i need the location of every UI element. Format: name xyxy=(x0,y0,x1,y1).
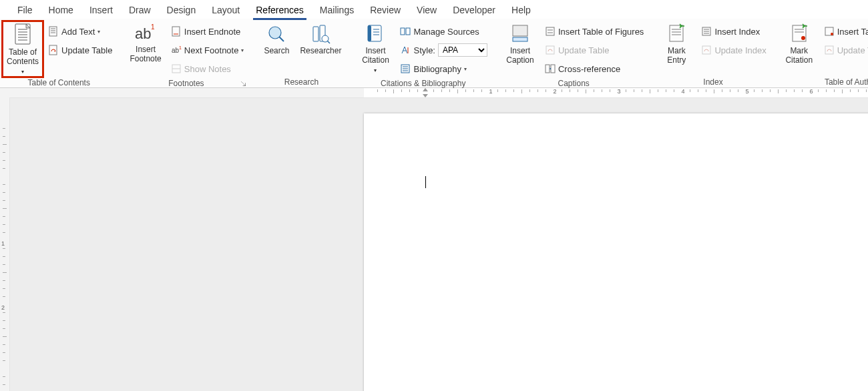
ruler-minor-tick xyxy=(505,89,506,92)
svg-text:ab: ab xyxy=(135,25,151,42)
manage-sources-button[interactable]: Manage Sources xyxy=(397,23,490,40)
insert-footnote-button[interactable]: ab 1 Insert Footnote xyxy=(126,21,165,65)
document-workspace[interactable]: 12 123456 xyxy=(0,88,868,391)
menu-tab-design[interactable]: Design xyxy=(159,2,204,19)
researcher-icon xyxy=(309,23,332,45)
vertical-ruler[interactable]: 12 xyxy=(0,97,10,391)
toa-update-table-button[interactable]: Update Table xyxy=(821,41,868,59)
group-title-captions: Captions xyxy=(501,77,646,89)
group-title-research: Research xyxy=(257,76,345,87)
insert-citation-button[interactable]: Insert Citation ▾ xyxy=(356,21,395,75)
menu-tab-mailings[interactable]: Mailings xyxy=(312,2,362,19)
vruler-minor-tick xyxy=(3,232,5,233)
cross-reference-button[interactable]: Cross-reference xyxy=(542,60,646,77)
ruler-minor-tick xyxy=(706,89,706,92)
svg-rect-43 xyxy=(546,46,554,54)
ruler-minor-tick xyxy=(449,89,450,92)
citation-style-row: Style: APA xyxy=(397,41,490,59)
insert-endnote-button[interactable]: Insert Endnote xyxy=(168,23,247,40)
vruler-minor-tick xyxy=(3,336,7,337)
menu-tab-home[interactable]: Home xyxy=(41,2,81,19)
ribbon: Table of Contents ▾ Add Text ▾ Update Ta… xyxy=(0,19,868,88)
vruler-minor-tick xyxy=(3,256,5,257)
vruler-minor-tick xyxy=(3,272,7,273)
hanging-indent-marker[interactable] xyxy=(423,94,428,97)
insert-toa-button[interactable]: Insert Table of Authorities xyxy=(821,23,868,40)
svg-text:ab: ab xyxy=(172,47,180,54)
manage-sources-label: Manage Sources xyxy=(413,27,479,37)
ruler-minor-tick xyxy=(650,89,650,93)
horizontal-ruler[interactable]: 123456 xyxy=(9,88,868,98)
group-index: Mark Entry Insert Index Update Index Ind… xyxy=(653,21,773,87)
ruler-corner xyxy=(0,88,10,98)
citation-style-select[interactable]: APA xyxy=(438,43,487,57)
svg-rect-40 xyxy=(546,27,554,35)
mark-citation-icon xyxy=(788,23,811,45)
vruler-minor-tick xyxy=(3,216,5,217)
group-toa: Mark Citation Insert Table of Authoritie… xyxy=(776,21,868,87)
next-footnote-button[interactable]: ab1 Next Footnote ▾ xyxy=(168,41,247,59)
document-page[interactable] xyxy=(364,113,868,391)
insert-index-button[interactable]: Insert Index xyxy=(698,23,769,40)
insert-toa-label: Insert Table of Authorities xyxy=(837,27,868,37)
researcher-button[interactable]: Researcher xyxy=(296,21,345,57)
add-text-label: Add Text xyxy=(61,27,95,37)
group-title-citations: Citations & Bibliography xyxy=(356,77,490,89)
svg-rect-39 xyxy=(513,37,527,41)
vruler-minor-tick xyxy=(3,328,5,329)
menu-tab-review[interactable]: Review xyxy=(362,2,409,19)
ruler-minor-tick xyxy=(586,89,586,93)
svg-rect-13 xyxy=(172,27,180,36)
menu-tab-references[interactable]: References xyxy=(248,2,312,19)
endnote-icon xyxy=(171,26,182,37)
table-of-contents-button[interactable]: Table of Contents ▾ xyxy=(3,21,43,77)
ruler-minor-tick xyxy=(754,89,754,92)
group-title-footnotes[interactable]: Footnotes xyxy=(126,77,246,89)
add-text-button[interactable]: Add Text ▾ xyxy=(45,23,115,40)
menu-tab-draw[interactable]: Draw xyxy=(121,2,159,19)
toa-icon xyxy=(824,26,835,37)
ruler-minor-tick xyxy=(714,89,714,93)
svg-line-20 xyxy=(279,37,284,41)
vruler-minor-tick xyxy=(3,320,5,321)
group-captions: Insert Caption Insert Table of Figures U… xyxy=(497,21,650,87)
vruler-minor-tick xyxy=(3,344,5,345)
svg-rect-44 xyxy=(546,65,550,73)
chevron-down-icon: ▾ xyxy=(97,29,100,35)
menu-tab-file[interactable]: File xyxy=(9,2,41,19)
svg-rect-6 xyxy=(49,27,57,36)
ruler-minor-tick xyxy=(834,89,835,92)
mark-citation-label: Mark Citation xyxy=(785,47,813,65)
captions-update-table-button[interactable]: Update Table xyxy=(542,41,646,59)
researcher-label: Researcher xyxy=(300,47,341,56)
ruler-minor-tick xyxy=(610,89,610,92)
first-line-indent-marker[interactable] xyxy=(423,88,428,91)
bibliography-icon xyxy=(400,63,411,74)
toc-update-table-button[interactable]: Update Table xyxy=(45,41,115,59)
vruler-minor-tick xyxy=(3,384,5,385)
ruler-minor-tick xyxy=(570,89,570,92)
mark-entry-button[interactable]: Mark Entry xyxy=(657,21,696,67)
bibliography-button[interactable]: Bibliography ▾ xyxy=(397,60,490,77)
svg-rect-30 xyxy=(401,28,405,35)
menu-tab-help[interactable]: Help xyxy=(503,2,539,19)
menu-tab-view[interactable]: View xyxy=(409,2,445,19)
show-notes-button[interactable]: Show Notes xyxy=(168,60,247,77)
ruler-minor-tick xyxy=(642,89,642,92)
update-index-button[interactable]: Update Index xyxy=(698,41,769,59)
menu-tab-developer[interactable]: Developer xyxy=(445,2,503,19)
insert-tof-button[interactable]: Insert Table of Figures xyxy=(542,23,646,40)
vruler-minor-tick xyxy=(3,288,5,289)
style-label: Style: xyxy=(413,45,435,55)
cross-reference-label: Cross-reference xyxy=(558,64,620,74)
vruler-minor-tick xyxy=(3,208,7,209)
search-button[interactable]: Search xyxy=(257,21,296,57)
menu-tab-layout[interactable]: Layout xyxy=(204,2,248,19)
menu-tab-insert[interactable]: Insert xyxy=(81,2,121,19)
svg-rect-46 xyxy=(670,25,683,41)
ruler-minor-tick xyxy=(562,89,562,92)
mark-citation-button[interactable]: Mark Citation xyxy=(780,21,819,67)
ruler-minor-tick xyxy=(441,89,442,92)
insert-caption-button[interactable]: Insert Caption xyxy=(501,21,539,67)
ruler-minor-tick xyxy=(794,89,795,92)
